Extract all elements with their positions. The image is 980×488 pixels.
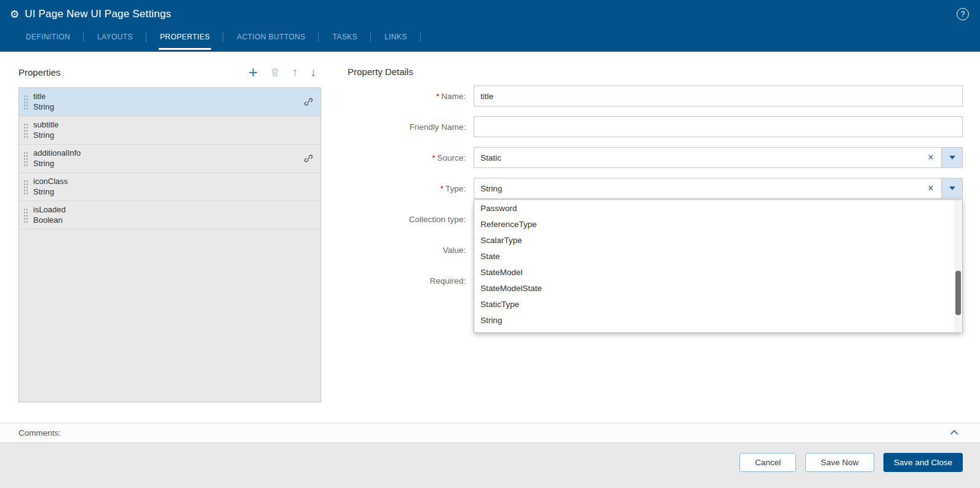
list-item-text: subtitle String: [33, 120, 58, 140]
property-type: Boolean: [33, 215, 66, 225]
dropdown-option[interactable]: Password: [474, 200, 962, 216]
property-details-panel: Property Details *Name: Friendly Name: *…: [348, 63, 963, 423]
tab-definition[interactable]: DEFINITION: [25, 27, 71, 50]
list-item[interactable]: isLoaded Boolean: [19, 201, 321, 230]
move-up-button[interactable]: ↑: [292, 66, 298, 78]
property-type: String: [33, 187, 68, 197]
trash-icon: [270, 67, 280, 78]
properties-list: title String subtitle: [18, 87, 321, 402]
tab-bar: DEFINITION LAYOUTS PROPERTIES ACTION BUT…: [10, 27, 969, 50]
footer: Cancel Save Now Save and Close: [0, 443, 980, 488]
save-and-close-button[interactable]: Save and Close: [883, 453, 963, 472]
link-icon: [304, 154, 313, 163]
drag-handle-icon[interactable]: [23, 208, 28, 223]
list-item-text: isLoaded Boolean: [33, 205, 66, 225]
properties-panel-title: Properties: [18, 67, 60, 78]
link-icon: [304, 97, 313, 106]
collection-type-label: Collection type:: [348, 215, 474, 224]
property-name: iconClass: [33, 177, 68, 186]
page-title: UI Page New UI Page Settings: [25, 8, 171, 20]
required-asterisk: *: [432, 153, 435, 162]
property-name: subtitle: [33, 120, 58, 130]
dropdown-option[interactable]: ScalarType: [474, 232, 962, 248]
main-content: Properties + ↑ ↓: [0, 52, 980, 423]
property-type: String: [33, 102, 54, 112]
title-row: ⚙ UI Page New UI Page Settings: [10, 8, 171, 20]
delete-property-button[interactable]: [270, 67, 280, 78]
help-icon[interactable]: ?: [957, 8, 969, 20]
list-item[interactable]: subtitle String: [19, 116, 321, 145]
chevron-down-icon: [949, 156, 955, 159]
properties-panel: Properties + ↑ ↓: [18, 63, 321, 423]
required-asterisk: *: [436, 92, 439, 101]
source-value[interactable]: Static: [474, 148, 920, 167]
source-dropdown-button[interactable]: [941, 148, 962, 167]
comments-label: Comments:: [18, 428, 61, 438]
tab-layouts[interactable]: LAYOUTS: [96, 27, 134, 50]
property-type: String: [33, 130, 58, 140]
tab-action-buttons[interactable]: ACTION BUTTONS: [236, 27, 306, 50]
dropdown-option[interactable]: State: [474, 248, 962, 264]
clear-icon[interactable]: ×: [920, 148, 941, 167]
dropdown-option[interactable]: String: [474, 312, 962, 328]
save-now-button[interactable]: Save Now: [805, 453, 874, 472]
type-dropdown-button[interactable]: [941, 178, 962, 198]
friendly-name-input[interactable]: [474, 116, 963, 137]
type-combobox[interactable]: String ×: [474, 178, 963, 199]
dropdown-option[interactable]: StaticType: [474, 296, 962, 312]
name-field-row: *Name:: [348, 86, 963, 106]
tab-tasks[interactable]: TASKS: [331, 27, 358, 50]
type-value[interactable]: String: [474, 178, 920, 198]
list-item[interactable]: additionalInfo String: [19, 145, 321, 173]
properties-panel-header: Properties + ↑ ↓: [18, 63, 321, 81]
list-item[interactable]: iconClass String: [19, 173, 321, 201]
comments-bar: Comments:: [0, 423, 980, 443]
friendly-name-label: Friendly Name:: [348, 122, 474, 132]
property-name: title: [33, 92, 54, 102]
collapse-comments-button[interactable]: [948, 426, 962, 440]
help-glyph: ?: [961, 10, 965, 18]
property-name: isLoaded: [33, 205, 66, 215]
list-item-text: additionalInfo String: [33, 148, 81, 169]
required-asterisk: *: [440, 184, 444, 193]
list-item[interactable]: title String: [19, 88, 321, 116]
dropdown-scrollbar-thumb[interactable]: [955, 271, 961, 315]
list-item-text: title String: [33, 92, 54, 112]
drag-handle-icon[interactable]: [23, 180, 28, 194]
source-label: *Source:: [348, 153, 474, 162]
cancel-button[interactable]: Cancel: [739, 453, 796, 472]
app-window: ⚙ UI Page New UI Page Settings ? DEFINIT…: [0, 0, 980, 488]
add-property-button[interactable]: +: [249, 64, 258, 80]
gear-icon: ⚙: [10, 9, 19, 20]
name-input[interactable]: [474, 86, 963, 106]
drag-handle-icon[interactable]: [23, 123, 28, 138]
name-label: *Name:: [348, 92, 474, 101]
dropdown-option[interactable]: StateModelState: [474, 280, 962, 296]
chevron-up-icon: [950, 430, 958, 438]
drag-handle-icon[interactable]: [23, 95, 28, 110]
type-dropdown-list: Password ReferenceType ScalarType State …: [474, 199, 963, 333]
list-item-text: iconClass String: [33, 177, 68, 197]
value-label: Value:: [348, 246, 474, 255]
tab-links[interactable]: LINKS: [383, 27, 408, 50]
move-down-button[interactable]: ↓: [311, 66, 317, 78]
friendly-name-field-row: Friendly Name:: [348, 116, 963, 137]
properties-toolbar: + ↑ ↓: [249, 64, 321, 80]
tab-properties[interactable]: PROPERTIES: [159, 27, 211, 50]
clear-icon[interactable]: ×: [920, 178, 941, 198]
details-panel-title: Property Details: [348, 63, 963, 77]
dropdown-option[interactable]: StateModel: [474, 264, 962, 280]
required-label: Required:: [348, 276, 474, 286]
type-label: *Type:: [348, 184, 474, 193]
property-type: String: [33, 159, 81, 169]
header-top: ⚙ UI Page New UI Page Settings ?: [10, 5, 969, 23]
header: ⚙ UI Page New UI Page Settings ? DEFINIT…: [0, 0, 980, 52]
chevron-down-icon: [949, 186, 955, 190]
drag-handle-icon[interactable]: [23, 151, 28, 166]
type-field-row: *Type: String × Password ReferenceType S…: [348, 178, 963, 199]
source-field-row: *Source: Static ×: [348, 147, 963, 168]
property-name: additionalInfo: [33, 148, 81, 158]
dropdown-option[interactable]: ReferenceType: [474, 216, 962, 232]
source-combobox[interactable]: Static ×: [474, 147, 963, 168]
